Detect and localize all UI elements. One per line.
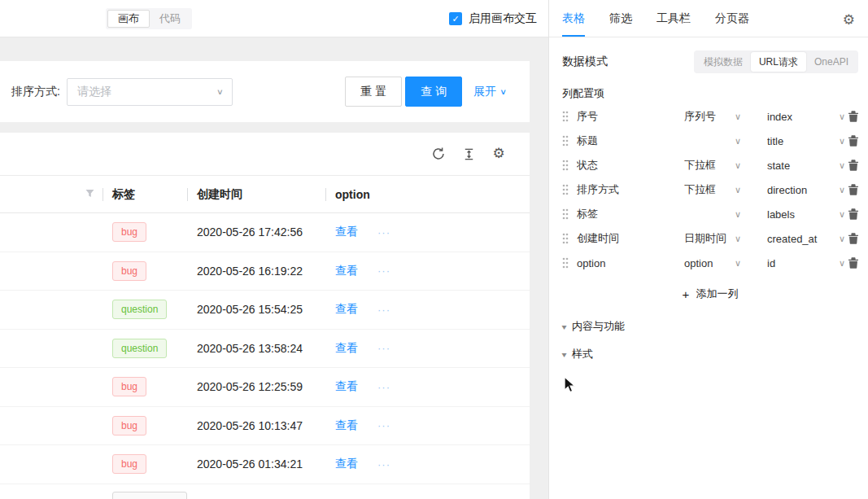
- column-field-select[interactable]: created_at: [767, 233, 839, 245]
- delete-column-trash-icon[interactable]: [848, 135, 858, 147]
- column-name[interactable]: 标题: [577, 134, 684, 148]
- drag-handle-icon[interactable]: [562, 160, 577, 171]
- view-link[interactable]: 查看: [335, 225, 358, 239]
- more-actions-icon[interactable]: ···: [377, 419, 390, 431]
- inspector-tabs: 表格 筛选 工具栏 分页器 ⚙: [549, 0, 868, 37]
- column-name[interactable]: option: [577, 257, 684, 269]
- column-header-option[interactable]: option: [325, 176, 530, 212]
- delete-column-trash-icon[interactable]: [848, 111, 858, 122]
- drag-handle-icon[interactable]: [562, 233, 577, 244]
- drag-handle-icon[interactable]: [562, 111, 577, 122]
- tab-toolbar[interactable]: 工具栏: [656, 11, 691, 37]
- query-button[interactable]: 查 询: [405, 77, 462, 107]
- column-type-select[interactable]: 序列号: [684, 109, 735, 124]
- view-link[interactable]: 查看: [335, 457, 358, 471]
- tab-table[interactable]: 表格: [562, 11, 585, 37]
- inspector-body: 数据模式 模拟数据 URL请求 OneAPI 列配置项 序号 序列号 ∨ ind…: [549, 50, 868, 361]
- option-cell: 查看 ···: [325, 264, 530, 278]
- filter-funnel-icon[interactable]: [85, 188, 95, 201]
- row-height-icon[interactable]: [460, 146, 477, 162]
- data-mode-mock[interactable]: 模拟数据: [696, 52, 751, 72]
- column-header-created[interactable]: 创建时间: [187, 176, 325, 212]
- canvas-interaction-checkbox[interactable]: ✓: [449, 12, 462, 25]
- tag-cell: bug: [103, 261, 187, 281]
- column-field-select[interactable]: title: [767, 135, 839, 147]
- refresh-icon[interactable]: [430, 146, 447, 162]
- chevron-down-icon[interactable]: ∨: [735, 160, 767, 171]
- view-link[interactable]: 查看: [335, 302, 358, 317]
- delete-column-trash-icon[interactable]: [848, 257, 858, 269]
- column-name[interactable]: 状态: [577, 158, 684, 173]
- delete-column-trash-icon[interactable]: [848, 160, 858, 171]
- chevron-down-icon[interactable]: ∨: [735, 209, 767, 220]
- column-type-select[interactable]: 下拉框: [684, 182, 735, 197]
- chevron-down-icon[interactable]: ∨: [735, 185, 767, 195]
- add-column-button[interactable]: + 添加一列: [562, 282, 858, 306]
- caret-down-icon: ▾: [561, 322, 566, 331]
- chevron-down-icon[interactable]: ∨: [735, 112, 767, 122]
- drag-handle-icon[interactable]: [562, 184, 577, 195]
- more-actions-icon[interactable]: ···: [377, 265, 390, 277]
- column-name[interactable]: 序号: [577, 109, 684, 124]
- data-mode-oneapi[interactable]: OneAPI: [806, 52, 857, 72]
- chevron-down-icon[interactable]: ∨: [735, 136, 767, 147]
- created-time-cell: 2020-05-26 12:25:59: [187, 380, 325, 393]
- column-config-row: 排序方式 下拉框 ∨ direction ∨: [562, 177, 858, 202]
- column-field-select[interactable]: labels: [767, 208, 839, 221]
- more-actions-icon[interactable]: ···: [377, 342, 390, 354]
- tab-filter[interactable]: 筛选: [609, 11, 632, 37]
- delete-column-trash-icon[interactable]: [848, 233, 858, 244]
- column-name[interactable]: 标签: [577, 207, 684, 221]
- table-settings-gear-icon[interactable]: ⚙: [491, 146, 507, 162]
- sort-select[interactable]: 请选择 ∨: [67, 78, 233, 106]
- column-type-select[interactable]: 下拉框: [684, 158, 735, 173]
- tag-badge: question: [112, 339, 167, 358]
- reset-button[interactable]: 重 置: [345, 77, 402, 107]
- expand-link-label: 展开: [473, 85, 496, 99]
- option-cell: 查看 ···: [325, 225, 530, 239]
- delete-column-trash-icon[interactable]: [848, 208, 858, 220]
- expand-link[interactable]: 展开 ∨: [473, 85, 507, 99]
- inspector-settings-gear-icon[interactable]: ⚙: [843, 11, 855, 37]
- chevron-down-icon[interactable]: ∨: [839, 136, 848, 147]
- chevron-down-icon[interactable]: ∨: [839, 160, 848, 171]
- column-field-select[interactable]: direction: [767, 184, 839, 196]
- column-field-select[interactable]: state: [767, 160, 839, 172]
- canvas-mode-button[interactable]: 画布: [107, 10, 150, 28]
- more-actions-icon[interactable]: ···: [377, 381, 390, 393]
- chevron-down-icon[interactable]: ∨: [839, 185, 848, 195]
- chevron-down-icon[interactable]: ∨: [839, 112, 848, 122]
- chevron-down-icon[interactable]: ∨: [735, 258, 767, 269]
- chevron-down-icon[interactable]: ∨: [735, 234, 767, 244]
- view-link[interactable]: 查看: [335, 264, 358, 278]
- drag-handle-icon[interactable]: [562, 257, 577, 269]
- view-link[interactable]: 查看: [335, 379, 358, 394]
- chevron-down-icon[interactable]: ∨: [839, 258, 848, 269]
- tag-cell: bug: [103, 222, 187, 242]
- tag-badge: bug: [112, 454, 146, 474]
- column-name[interactable]: 排序方式: [577, 182, 684, 197]
- view-link[interactable]: 查看: [335, 418, 358, 433]
- more-actions-icon[interactable]: ···: [377, 304, 390, 316]
- code-mode-button[interactable]: 代码: [150, 10, 190, 28]
- drag-handle-icon[interactable]: [562, 208, 577, 220]
- chevron-down-icon[interactable]: ∨: [839, 209, 848, 220]
- column-header-tag[interactable]: 标签: [103, 176, 187, 212]
- more-actions-icon[interactable]: ···: [377, 226, 390, 239]
- column-type-select[interactable]: option: [684, 257, 735, 269]
- tab-pagination[interactable]: 分页器: [715, 11, 749, 37]
- column-name[interactable]: 创建时间: [577, 231, 684, 246]
- chevron-down-icon[interactable]: ∨: [839, 234, 848, 244]
- column-field-select[interactable]: index: [767, 111, 839, 123]
- section-style[interactable]: ▾ 样式: [562, 347, 858, 361]
- more-actions-icon[interactable]: ···: [377, 458, 390, 471]
- data-mode-url[interactable]: URL请求: [751, 52, 806, 72]
- delete-column-trash-icon[interactable]: [848, 184, 858, 195]
- table-row: bug 2020-05-26 01:34:21 查看 ···: [0, 445, 530, 484]
- drag-handle-icon[interactable]: [562, 135, 577, 147]
- column-type-select[interactable]: 日期时间: [684, 231, 735, 246]
- canvas-interaction-toggle: ✓ 启用画布交互: [449, 11, 537, 26]
- view-link[interactable]: 查看: [335, 341, 358, 356]
- column-field-select[interactable]: id: [767, 257, 839, 269]
- section-content-function[interactable]: ▾ 内容与功能: [562, 319, 858, 334]
